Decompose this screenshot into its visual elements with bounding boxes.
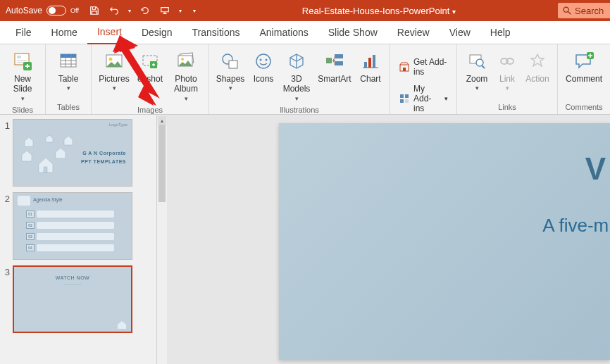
- screenshot-button[interactable]: enshot ▾: [134, 49, 166, 94]
- new-slide-label: New Slide: [13, 74, 32, 94]
- thumbnail-scrollbar[interactable]: ▴: [156, 115, 166, 364]
- redo-icon[interactable]: [139, 5, 151, 16]
- group-label-tables: Tables: [46, 101, 91, 114]
- tab-insert[interactable]: Insert: [87, 21, 132, 44]
- new-slide-button[interactable]: New Slide ▾: [4, 49, 41, 104]
- search-box[interactable]: Search: [558, 3, 610, 18]
- tab-design[interactable]: Design: [132, 21, 182, 44]
- house-icon: [117, 320, 127, 329]
- slide-editor[interactable]: V A five-mi: [166, 115, 610, 364]
- tab-home[interactable]: Home: [42, 21, 87, 44]
- thumbnail-slide-2[interactable]: Agenda Style 01 02 03 04: [13, 192, 132, 260]
- chart-button[interactable]: Chart: [356, 49, 385, 85]
- chevron-down-icon: ▾: [149, 84, 152, 92]
- ribbon-group-links: Zoom ▾ Link ▾ Action Links: [457, 44, 558, 114]
- zoom-button[interactable]: Zoom ▾: [461, 49, 492, 94]
- my-addins-button[interactable]: My Add-ins ▾: [394, 81, 452, 116]
- slide1-logo: LogoType: [109, 123, 127, 127]
- shapes-button[interactable]: Shapes ▾: [213, 49, 247, 94]
- my-addins-label: My Add-ins: [413, 84, 438, 113]
- ribbon-group-comments: Comment Comments: [558, 44, 610, 114]
- autosave-state: Off: [70, 7, 79, 14]
- agenda-num: 04: [26, 244, 35, 251]
- photo-album-button[interactable]: Photo Album ▾: [168, 49, 204, 104]
- svg-point-22: [256, 54, 270, 68]
- present-dropdown-icon[interactable]: ▾: [179, 8, 182, 14]
- pictures-button[interactable]: Pictures ▾: [96, 49, 132, 94]
- agenda-bar: [37, 233, 114, 240]
- tab-file[interactable]: File: [6, 21, 42, 44]
- photo-album-icon: [175, 50, 197, 73]
- ribbon: New Slide ▾ Slides Table ▾ Tables: [0, 44, 610, 115]
- chart-label: Chart: [360, 74, 380, 84]
- comment-label: Comment: [566, 74, 602, 84]
- save-icon[interactable]: [89, 5, 100, 16]
- svg-point-24: [266, 59, 268, 61]
- autosave-toggle[interactable]: AutoSave Off: [0, 6, 85, 15]
- thumbnail-slide-1[interactable]: LogoType G A N Corporate PPT TEMPLATES: [13, 119, 132, 187]
- comment-button[interactable]: Comment: [562, 49, 606, 85]
- get-addins-label: Get Add-ins: [413, 57, 448, 77]
- photo-album-label: Photo Album: [174, 74, 198, 94]
- svg-rect-4: [17, 60, 27, 61]
- canvas-title-fragment: V: [585, 151, 606, 187]
- smartart-button[interactable]: SmartArt: [315, 49, 354, 85]
- slide3-title: WATCH NOW: [14, 275, 131, 280]
- chevron-down-icon: ▾: [506, 84, 509, 92]
- screenshot-icon: [139, 50, 161, 73]
- get-addins-button[interactable]: Get Add-ins: [394, 54, 452, 80]
- chevron-down-icon: ▾: [67, 84, 70, 92]
- tab-slideshow[interactable]: Slide Show: [318, 21, 387, 44]
- table-button[interactable]: Table ▾: [50, 49, 87, 94]
- svg-rect-36: [400, 99, 404, 103]
- svg-rect-27: [335, 61, 343, 65]
- chevron-down-icon: ▾: [21, 95, 25, 103]
- scrollbar-handle[interactable]: [158, 125, 166, 202]
- 3d-models-icon: [285, 50, 308, 73]
- slide-canvas[interactable]: V A five-mi: [279, 123, 610, 360]
- thumbnail-slide-3[interactable]: WATCH NOW — — — — —: [13, 265, 132, 333]
- svg-rect-26: [335, 54, 343, 58]
- pictures-icon: [103, 50, 125, 73]
- house-mini-icon: [18, 196, 30, 206]
- action-button[interactable]: Action: [522, 49, 553, 85]
- scroll-up-icon[interactable]: ▴: [158, 116, 166, 125]
- search-icon: [562, 6, 572, 15]
- comment-icon: [573, 50, 595, 73]
- zoom-icon: [466, 50, 488, 73]
- icons-icon: [252, 50, 275, 73]
- tab-view[interactable]: View: [440, 21, 480, 44]
- 3d-models-label: 3D Models: [283, 74, 311, 94]
- tab-transitions[interactable]: Transitions: [182, 21, 250, 44]
- tab-help[interactable]: Help: [480, 21, 521, 44]
- scrollbar-track[interactable]: [157, 125, 167, 364]
- slide-thumbnail-panel: 1 LogoType G A N Corporate PPT TEMPLATES: [0, 115, 156, 364]
- new-slide-icon: [11, 50, 34, 73]
- svg-rect-33: [403, 68, 406, 71]
- svg-point-0: [564, 7, 568, 12]
- smartart-label: SmartArt: [318, 74, 351, 84]
- agenda-num: 01: [26, 211, 35, 218]
- icons-button[interactable]: Icons: [249, 49, 278, 85]
- qat-customize-icon[interactable]: ▾: [193, 8, 196, 14]
- undo-dropdown-icon[interactable]: ▾: [128, 8, 131, 14]
- svg-rect-25: [326, 58, 332, 63]
- present-icon[interactable]: [159, 5, 170, 16]
- tab-animations[interactable]: Animations: [249, 21, 318, 44]
- ribbon-group-tables: Table ▾ Tables: [46, 44, 92, 114]
- chevron-down-icon: ▾: [113, 84, 116, 92]
- link-icon: [496, 50, 518, 73]
- title-bar: AutoSave Off ▾ ▾ ▾ Real-Estate-House-Ion…: [0, 0, 610, 21]
- slide2-title: Agenda Style: [33, 197, 63, 202]
- tab-review[interactable]: Review: [387, 21, 440, 44]
- svg-rect-8: [61, 54, 76, 58]
- svg-rect-34: [400, 94, 404, 98]
- link-button[interactable]: Link ▾: [494, 49, 521, 94]
- thumbnail-number: 2: [3, 192, 13, 204]
- 3d-models-button[interactable]: 3D Models ▾: [280, 49, 313, 104]
- agenda-num: 02: [26, 222, 35, 229]
- svg-rect-21: [229, 61, 237, 68]
- chevron-down-icon: ▾: [475, 84, 479, 92]
- svg-point-23: [260, 59, 262, 61]
- undo-icon[interactable]: [108, 5, 120, 16]
